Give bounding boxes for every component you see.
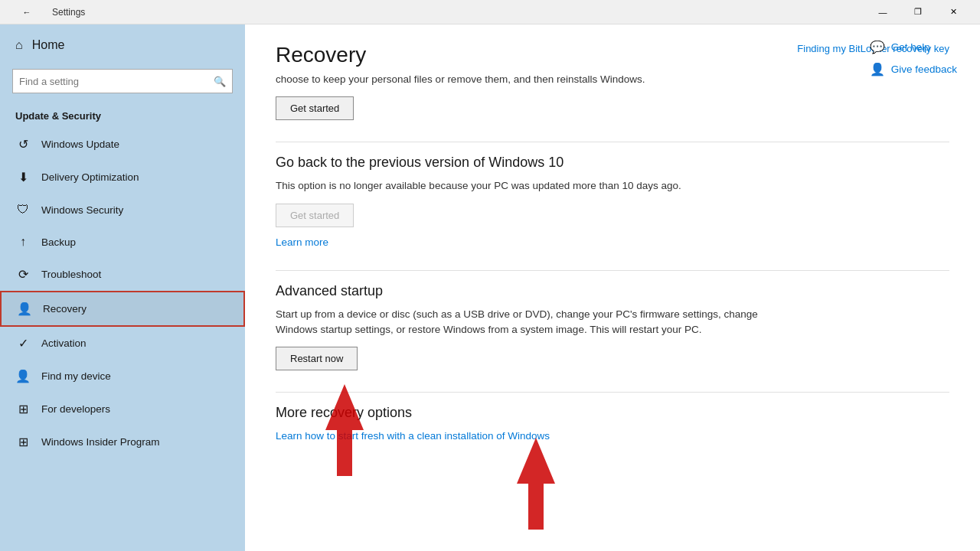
sidebar: ⌂ Home 🔍 Update & Security ↺ Windows Upd…: [0, 24, 245, 551]
sidebar-item-for-developers[interactable]: ⊞ For developers: [0, 393, 245, 425]
give-feedback-icon: 👤: [870, 62, 885, 77]
activation-icon: ✓: [15, 336, 31, 350]
sidebar-item-recovery[interactable]: 👤 Recovery: [0, 291, 245, 327]
give-feedback-label: Give feedback: [891, 64, 957, 75]
sidebar-item-activation[interactable]: ✓ Activation: [0, 327, 245, 360]
maximize-button[interactable]: ❐: [900, 0, 936, 24]
sidebar-item-home[interactable]: ⌂ Home: [0, 24, 245, 66]
close-button[interactable]: ✕: [936, 0, 971, 24]
get-help-label: Get help: [891, 41, 930, 53]
search-box[interactable]: 🔍: [12, 69, 233, 93]
help-panel: 💬 Get help 👤 Give feedback: [870, 40, 957, 77]
go-back-section: Go back to the previous version of Windo…: [276, 155, 949, 248]
backup-icon: ↑: [15, 235, 31, 249]
clean-install-link[interactable]: Learn how to start fresh with a clean in…: [276, 430, 550, 442]
main-content: Finding my BitLocker recovery key Recove…: [245, 24, 980, 551]
sidebar-item-delivery-optimization[interactable]: ⬇ Delivery Optimization: [0, 161, 245, 194]
back-button[interactable]: ←: [9, 0, 44, 24]
delivery-optimization-icon: ⬇: [15, 170, 31, 184]
title-bar: ← Settings — ❐ ✕: [0, 0, 980, 24]
go-back-title: Go back to the previous version of Windo…: [276, 155, 949, 171]
get-help-item[interactable]: 💬 Get help: [870, 40, 957, 54]
divider-2: [276, 270, 949, 271]
divider-3: [276, 392, 949, 393]
search-input[interactable]: [19, 76, 214, 87]
sidebar-item-backup[interactable]: ↑ Backup: [0, 226, 245, 258]
divider-1: [276, 142, 949, 142]
give-feedback-item[interactable]: 👤 Give feedback: [870, 62, 957, 77]
go-back-get-started-button[interactable]: Get started: [276, 204, 354, 227]
more-recovery-title: More recovery options: [276, 405, 949, 421]
section-title: Update & Security: [0, 103, 245, 128]
advanced-startup-title: Advanced startup: [276, 283, 949, 299]
reset-pc-desc: choose to keep your personal files or re…: [276, 72, 766, 87]
more-recovery-section: More recovery options Learn how to start…: [276, 405, 949, 442]
reset-pc-get-started-button[interactable]: Get started: [276, 96, 354, 120]
advanced-startup-section: Advanced startup Start up from a device …: [276, 283, 949, 371]
sidebar-item-windows-security[interactable]: 🛡 Windows Security: [0, 194, 245, 226]
find-my-device-icon: 👤: [15, 369, 31, 383]
go-back-learn-more-link[interactable]: Learn more: [276, 236, 328, 248]
home-icon: ⌂: [15, 38, 23, 52]
sidebar-item-windows-insider[interactable]: ⊞ Windows Insider Program: [0, 425, 245, 458]
troubleshoot-icon: ⟳: [15, 267, 31, 282]
for-developers-icon: ⊞: [15, 402, 31, 416]
recovery-icon: 👤: [17, 302, 32, 316]
windows-security-icon: 🛡: [15, 203, 31, 217]
minimize-button[interactable]: —: [865, 0, 900, 24]
app-title: Settings: [52, 7, 85, 18]
reset-pc-section: choose to keep your personal files or re…: [276, 72, 949, 120]
window-controls: — ❐ ✕: [865, 0, 971, 24]
restart-now-button[interactable]: Restart now: [276, 347, 358, 370]
sidebar-item-troubleshoot[interactable]: ⟳ Troubleshoot: [0, 258, 245, 291]
sidebar-item-find-my-device[interactable]: 👤 Find my device: [0, 360, 245, 393]
search-icon: 🔍: [214, 76, 226, 87]
windows-update-icon: ↺: [15, 137, 31, 152]
windows-insider-icon: ⊞: [15, 435, 31, 449]
get-help-icon: 💬: [870, 40, 885, 54]
advanced-startup-desc: Start up from a device or disc (such as …: [276, 307, 766, 338]
arrow-annotation-2: [505, 438, 567, 533]
sidebar-item-windows-update[interactable]: ↺ Windows Update: [0, 128, 245, 161]
go-back-desc: This option is no longer available becau…: [276, 178, 766, 194]
svg-marker-1: [517, 438, 555, 530]
app-body: ⌂ Home 🔍 Update & Security ↺ Windows Upd…: [0, 24, 980, 551]
